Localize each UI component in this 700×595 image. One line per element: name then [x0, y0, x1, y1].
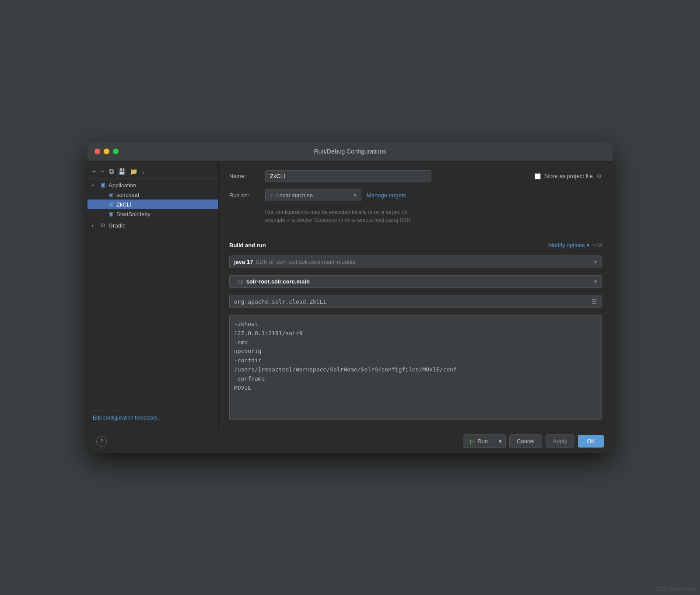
name-input[interactable] — [265, 170, 431, 182]
program-args-textarea[interactable]: -zkhost 127.0.0.1:2181/solr9 -cmd upconf… — [229, 315, 602, 420]
folder-config-icon[interactable]: 📁 — [130, 168, 137, 175]
section-divider — [229, 232, 602, 232]
run-on-select[interactable]: ⌂ Local machine ▾ — [265, 189, 361, 201]
store-project-row: Store as project file ⚙ — [535, 173, 602, 180]
watermark: CSDN @Stack Stone — [655, 587, 696, 592]
remove-config-icon[interactable]: − — [100, 168, 104, 175]
run-button-group: ▷ Run ▾ — [463, 434, 506, 448]
tree-item-zkcli[interactable]: ▣ ZkCLI — [88, 200, 218, 209]
store-project-gear-button[interactable]: ⚙ — [596, 173, 602, 180]
footer-buttons: ▷ Run ▾ Cancel Apply OK — [463, 434, 604, 448]
config-tree: ▾ ▣ Application ▣ solrcloud ▣ ZkCLI — [88, 180, 218, 410]
main-content: Name: Store as project file ⚙ Run on: ⌂ … — [219, 161, 612, 429]
zkcli-icon: ▣ — [107, 201, 114, 208]
dialog-title: Run/Debug Configurations — [314, 148, 386, 155]
run-on-label: Run on: — [229, 192, 260, 199]
cp-value: solr-root.solr.core.main — [246, 278, 310, 285]
application-group-label: Application — [108, 182, 214, 189]
maximize-button[interactable] — [113, 149, 119, 154]
modify-options-button[interactable]: Modify options ▾ ⌥M — [548, 242, 602, 248]
save-config-icon[interactable]: 💾 — [118, 168, 126, 175]
tree-group-application[interactable]: ▾ ▣ Application — [88, 180, 218, 190]
cp-chevron-icon: ▾ — [594, 278, 597, 285]
run-debug-dialog: Run/Debug Configurations + − ⧉ 💾 📁 ↕ ▾ ▣… — [88, 142, 612, 453]
copy-config-icon[interactable]: ⧉ — [109, 168, 114, 175]
minimize-button[interactable] — [104, 149, 109, 154]
manage-targets-link[interactable]: Manage targets... — [367, 192, 411, 199]
run-dropdown-button[interactable]: ▾ — [495, 435, 505, 448]
home-icon: ⌂ — [270, 192, 273, 199]
sort-config-icon[interactable]: ↕ — [142, 168, 145, 175]
java-sdk-desc: SDK of 'solr-root.solr.core.main' module — [256, 259, 355, 265]
modify-options-shortcut: ⌥M — [592, 242, 602, 248]
sidebar: + − ⧉ 💾 📁 ↕ ▾ ▣ Application ▣ solrclo — [88, 161, 219, 429]
build-run-header: Build and run Modify options ▾ ⌥M — [229, 242, 602, 248]
sidebar-toolbar: + − ⧉ 💾 📁 ↕ — [88, 165, 218, 178]
tree-item-startsolrjetty[interactable]: ▣ StartSolrJetty — [88, 209, 218, 219]
gradle-group-label: Gradle — [108, 222, 214, 229]
expand-arrow: ▾ — [92, 183, 97, 188]
classpath-select[interactable]: -cp solr-root.solr.core.main ▾ — [229, 275, 602, 288]
cancel-button[interactable]: Cancel — [509, 434, 542, 448]
gradle-expand-arrow: ▸ — [92, 223, 97, 228]
tree-group-gradle[interactable]: ▸ ⚙ Gradle — [88, 220, 218, 230]
run-on-row: Run on: ⌂ Local machine ▾ Manage targets… — [229, 189, 602, 201]
run-on-chevron-icon: ▾ — [354, 192, 357, 199]
build-run-title: Build and run — [229, 242, 266, 248]
startsolrjetty-label: StartSolrJetty — [116, 211, 214, 217]
gradle-icon: ⚙ — [99, 222, 106, 229]
run-on-value: Local machine — [276, 192, 313, 199]
java-version-label: java 17 — [234, 259, 253, 265]
solrcloud-label: solrcloud — [116, 192, 214, 198]
application-folder-icon: ▣ — [99, 182, 106, 189]
store-project-label: Store as project file — [544, 173, 593, 179]
name-label: Name: — [229, 173, 260, 179]
cp-prefix: -cp — [234, 279, 244, 285]
name-row: Name: Store as project file ⚙ — [229, 170, 602, 182]
java-sdk-select[interactable]: java 17 SDK of 'solr-root.solr.core.main… — [229, 256, 602, 268]
java-sdk-chevron-icon: ▾ — [594, 259, 597, 265]
zkcli-label: ZkCLI — [116, 201, 214, 208]
run-on-hint: Run configurations may be executed local… — [229, 208, 602, 224]
window-controls — [94, 149, 119, 154]
apply-button[interactable]: Apply — [546, 434, 575, 448]
solrcloud-icon: ▣ — [107, 191, 114, 198]
title-bar: Run/Debug Configurations — [88, 142, 612, 161]
edit-config-templates-link[interactable]: Edit configuration templates... — [88, 410, 218, 425]
main-class-browse-icon[interactable]: ☰ — [587, 295, 602, 308]
close-button[interactable] — [94, 149, 100, 154]
help-button[interactable]: ? — [96, 436, 107, 447]
dialog-footer: ? ▷ Run ▾ Cancel Apply OK — [88, 429, 612, 453]
run-button[interactable]: ▷ Run — [463, 435, 495, 448]
store-project-checkbox[interactable] — [535, 173, 541, 179]
add-config-icon[interactable]: + — [92, 168, 96, 175]
ok-button[interactable]: OK — [578, 435, 604, 448]
tree-item-solrcloud[interactable]: ▣ solrcloud — [88, 190, 218, 200]
main-class-row: ☰ — [229, 295, 602, 308]
run-play-icon: ▷ — [470, 438, 475, 444]
dialog-body: + − ⧉ 💾 📁 ↕ ▾ ▣ Application ▣ solrclo — [88, 161, 612, 429]
main-class-input[interactable] — [230, 296, 587, 308]
startsolrjetty-icon: ▣ — [107, 210, 114, 217]
